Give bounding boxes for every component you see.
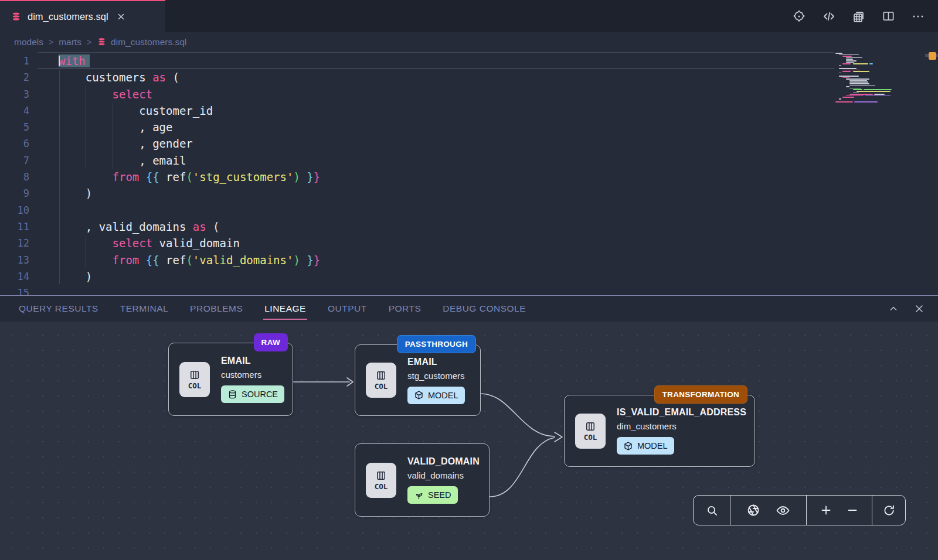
line-number: 15 — [0, 285, 38, 295]
bottom-panel-header: QUERY RESULTSTERMINALPROBLEMSLINEAGEOUTP… — [0, 295, 938, 322]
zoom-out-button[interactable] — [845, 503, 859, 517]
minimap-line — [842, 77, 849, 78]
code-line: 3 select — [0, 86, 320, 103]
panel-tab-problems[interactable]: PROBLEMS — [190, 303, 243, 314]
tab-bar: dim_customers.sql — [0, 0, 938, 32]
columns-icon — [189, 369, 200, 381]
search-button[interactable] — [705, 504, 719, 517]
node-type-label: MODEL — [637, 441, 668, 450]
minimap-line — [853, 71, 869, 72]
panel-tab-terminal[interactable]: TERMINAL — [120, 303, 168, 314]
tab-title: dim_customers.sql — [28, 11, 108, 22]
database-file-icon — [11, 11, 22, 22]
lineage-node-stg_customers[interactable]: COLEMAILstg_customersMODELPASSTHROUGH — [355, 344, 481, 416]
lineage-node-valid_domains[interactable]: COLVALID_DOMAINvalid_domainsSEED — [355, 443, 490, 517]
code-text: select — [38, 86, 152, 103]
code-text: from {{ ref('valid_domains') }} — [38, 252, 320, 268]
overview-ruler-marker — [929, 52, 936, 60]
tab-close-icon[interactable] — [117, 12, 125, 21]
line-number: 8 — [0, 169, 38, 185]
panel-tab-debug-console[interactable]: DEBUG CONSOLE — [443, 303, 526, 314]
minimap-line — [853, 89, 862, 90]
toolbar-segment — [730, 496, 806, 525]
breadcrumb-item-file[interactable]: dim_customers.sql — [97, 37, 186, 47]
minimap-line — [842, 63, 851, 64]
breadcrumb-item-models[interactable]: models — [14, 37, 43, 47]
minimap-line — [857, 91, 891, 92]
node-type-badge-model: MODEL — [617, 437, 674, 455]
breadcrumb-item-marts[interactable]: marts — [59, 37, 81, 47]
code-line: 4 customer_id — [0, 103, 320, 119]
node-tag-badge-transformation: TRANSFORMATION — [654, 385, 747, 404]
code-text — [38, 285, 59, 295]
line-number: 3 — [0, 86, 38, 103]
column-chip-label: COL — [375, 482, 388, 491]
column-chip: COL — [366, 463, 396, 498]
minimap[interactable] — [835, 52, 905, 122]
panel-tab-query-results[interactable]: QUERY RESULTS — [19, 303, 98, 314]
panel-actions — [888, 303, 938, 315]
node-model-name: stg_customers — [407, 371, 465, 381]
selection-highlight: with — [59, 54, 90, 67]
code-line: 8 from {{ ref('stg_customers') }} — [0, 169, 320, 185]
editor-tab[interactable]: dim_customers.sql — [0, 0, 165, 32]
app-window: dim_customers.sql models > marts > dim_c… — [0, 0, 938, 560]
node-type-label: MODEL — [428, 391, 458, 400]
zoom-in-button[interactable] — [819, 503, 833, 517]
code-icon[interactable] — [822, 9, 836, 23]
minimap-line — [839, 73, 841, 74]
node-model-name: valid_domains — [407, 470, 480, 480]
toolbar-segment — [694, 496, 730, 525]
code-text: customer_id — [38, 103, 213, 119]
minimap-line — [839, 98, 841, 100]
refresh-button[interactable] — [882, 504, 896, 517]
line-number: 14 — [0, 268, 38, 285]
code-text: ) — [38, 185, 92, 202]
cube-icon — [414, 390, 424, 400]
dbt-icon[interactable] — [792, 9, 806, 23]
code-line: 13 from {{ ref('valid_domains') }} — [0, 252, 320, 268]
minimap-line — [835, 101, 853, 103]
eye-button[interactable] — [776, 503, 790, 518]
database-file-icon — [97, 37, 107, 47]
minimap-line — [849, 88, 861, 89]
aperture-button[interactable] — [746, 503, 760, 517]
lineage-node-dim_customers[interactable]: COLIS_VALID_EMAIL_ADDRESSdim_customersMO… — [564, 395, 755, 467]
node-column-name: VALID_DOMAIN — [407, 456, 480, 467]
code-text: , age — [38, 119, 172, 135]
split-editor-icon[interactable] — [882, 9, 895, 23]
panel-tab-lineage[interactable]: LINEAGE — [264, 303, 306, 314]
node-column-name: IS_VALID_EMAIL_ADDRESS — [617, 407, 746, 418]
minimap-line — [839, 65, 841, 66]
minimap-line — [842, 97, 854, 98]
panel-tab-output[interactable]: OUTPUT — [328, 303, 367, 314]
line-number: 12 — [0, 235, 38, 251]
minimap-line — [849, 85, 875, 86]
lineage-canvas[interactable]: COLEMAILcustomersSOURCERAWCOLEMAILstg_cu… — [0, 322, 938, 560]
minimap-line — [846, 59, 853, 60]
code-line: 15 — [0, 285, 320, 295]
code-line: 10 — [0, 202, 320, 218]
query-results-icon[interactable] — [852, 9, 866, 23]
minimap-line — [846, 86, 849, 87]
code-line: 1with — [0, 53, 320, 69]
column-chip: COL — [179, 362, 210, 397]
minimap-line — [842, 71, 851, 72]
minimap-line — [846, 57, 862, 59]
chevron-up-icon[interactable] — [888, 303, 899, 315]
line-number: 11 — [0, 218, 38, 235]
column-chip: COL — [575, 414, 606, 449]
node-type-label: SOURCE — [242, 390, 278, 399]
more-actions-icon[interactable] — [911, 9, 925, 23]
lineage-node-customers[interactable]: COLEMAILcustomersSOURCERAW — [168, 343, 293, 416]
code-line: 14 ) — [0, 268, 320, 285]
line-number: 7 — [0, 152, 38, 169]
breadcrumb-separator: > — [87, 37, 91, 47]
code-line: 2 customers as ( — [0, 69, 320, 86]
code-lines: 1with2 customers as (3 select4 customer_… — [0, 53, 320, 295]
code-editor[interactable]: 1with2 customers as (3 select4 customer_… — [0, 52, 938, 295]
code-line: 7 , email — [0, 152, 320, 169]
close-icon[interactable] — [913, 303, 925, 315]
panel-tab-ports[interactable]: PORTS — [389, 303, 422, 314]
minimap-line — [846, 78, 869, 80]
